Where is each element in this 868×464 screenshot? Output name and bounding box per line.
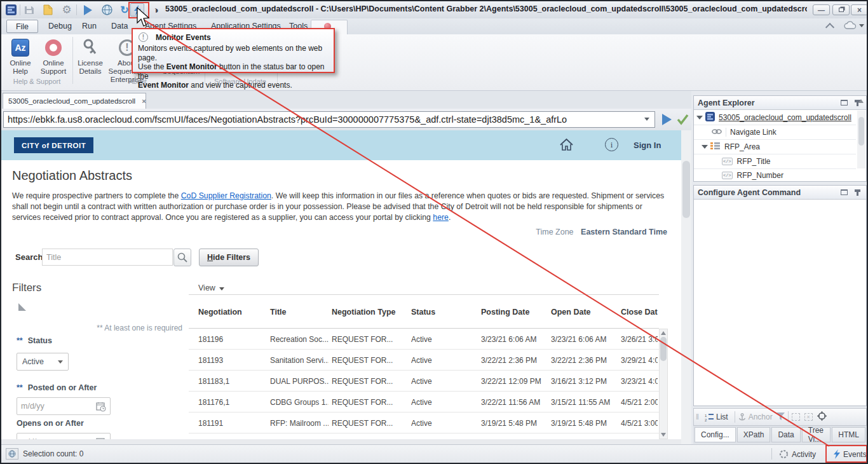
tree-item-agent-root[interactable]: 53005_oraclecloud_com_updatedscroll xyxy=(694,111,856,125)
maximize-panel-icon[interactable] xyxy=(841,189,848,195)
view-menu[interactable]: View xyxy=(198,283,224,292)
selection-box-icon[interactable] xyxy=(792,413,800,421)
view-menu-arrow-icon xyxy=(219,287,224,290)
right-dock: Agent Explorer 53005_oraclecloud_com_upd… xyxy=(693,94,868,444)
tab-tree-view[interactable]: Tree Vi... xyxy=(802,427,831,442)
capture-icon: </> xyxy=(722,172,733,179)
confirm-check-icon[interactable] xyxy=(676,113,689,128)
cloud-dropdown-icon[interactable] xyxy=(859,24,864,27)
scroll-up-icon[interactable] xyxy=(858,99,864,103)
column-header[interactable]: Title xyxy=(270,295,329,329)
required-note: ** At least one is required xyxy=(27,324,182,332)
activity-button[interactable]: Activity xyxy=(779,449,816,459)
column-header[interactable]: Open Date xyxy=(551,295,616,329)
browser-tab[interactable]: 53005_oraclecloud_com_updatedscroll × xyxy=(3,93,146,109)
url-dropdown-icon[interactable] xyxy=(644,118,649,121)
app-window: ⚙ ↻ ◑ 53005_oraclecloud_com_updatedscrol… xyxy=(0,0,868,464)
collapse-ribbon-icon[interactable] xyxy=(825,23,834,32)
table-row[interactable]: 181176,1CDBG Groups 1...REQUEST FOR...Ac… xyxy=(189,392,659,413)
table-row[interactable]: 181191RFP: Mailroom ...REQUEST FOR...Act… xyxy=(189,413,659,433)
target-icon[interactable] xyxy=(817,411,827,423)
cloud-icon[interactable] xyxy=(844,21,858,32)
collapse-filters-icon[interactable] xyxy=(18,303,26,311)
column-header[interactable]: Negotiation Type xyxy=(332,295,407,329)
expand-icon[interactable] xyxy=(702,145,708,149)
link-icon xyxy=(712,128,722,137)
here-link[interactable]: here xyxy=(433,213,449,222)
posted-date-field[interactable] xyxy=(17,397,111,415)
tab-debug[interactable]: Debug xyxy=(42,20,78,34)
scroll-down-icon[interactable] xyxy=(661,433,666,437)
info-icon[interactable]: i xyxy=(605,138,618,151)
url-input[interactable] xyxy=(3,111,655,128)
online-support-button[interactable]: OnlineSupport xyxy=(37,36,70,76)
minimize-button[interactable]: — xyxy=(813,4,830,15)
group-label-help-support: Help & Support xyxy=(4,78,70,88)
panel-title: Configure Agent Command xyxy=(698,188,801,197)
city-of-detroit-logo[interactable]: CITY of DETROIT xyxy=(14,137,93,153)
horizontal-scrollbar[interactable] xyxy=(1,439,681,444)
column-header[interactable]: Posting Date xyxy=(481,295,548,329)
agent-explorer-header: Agent Explorer xyxy=(694,96,866,110)
search-button[interactable] xyxy=(173,249,191,266)
posted-filter-label: **Posted on or After xyxy=(17,383,97,392)
tab-data[interactable]: Data xyxy=(771,427,800,442)
sign-in-link[interactable]: Sign In xyxy=(634,140,661,150)
tree-item-rfp-area[interactable]: RFP_Area xyxy=(694,140,856,154)
tab-file[interactable]: File xyxy=(6,20,38,33)
tab-xpath[interactable]: XPath xyxy=(737,427,771,442)
scrollbar-thumb[interactable] xyxy=(660,337,667,361)
scrollbar-thumb[interactable] xyxy=(858,117,864,146)
search-icon xyxy=(177,252,187,263)
table-row[interactable]: 181183,1DUAL PURPOS...REQUEST FOR...Acti… xyxy=(189,371,659,392)
column-header[interactable]: Negotiation xyxy=(198,295,262,329)
tab-config[interactable]: Config... xyxy=(695,427,736,442)
tab-close-icon[interactable]: × xyxy=(142,97,146,105)
table-row[interactable]: 181196Recreation Soc...REQUEST FOR...Act… xyxy=(189,329,659,350)
anchor-button[interactable]: Anchor xyxy=(738,413,773,421)
filter-icon[interactable] xyxy=(776,413,785,422)
restore-button[interactable] xyxy=(832,4,850,15)
page-scrollbar[interactable] xyxy=(681,130,691,444)
table-scrollbar[interactable] xyxy=(659,329,668,439)
settings-gear-icon[interactable]: ⚙ xyxy=(60,3,74,17)
toolbar-separator xyxy=(20,4,20,15)
key-icon xyxy=(83,39,98,57)
annotation-box-events xyxy=(825,445,867,463)
scroll-up-icon[interactable] xyxy=(661,331,666,335)
tree-item-rfp-title[interactable]: </> RFP_Title xyxy=(694,154,856,169)
column-header[interactable]: Status xyxy=(411,295,475,329)
status-select[interactable]: Active xyxy=(17,353,69,371)
tree-item-rfp-number[interactable]: </> RFP_Number xyxy=(694,169,856,181)
tab-run[interactable]: Run xyxy=(76,20,103,34)
table-row[interactable]: 181193Sanitation Servi...REQUEST FOR...A… xyxy=(189,350,659,371)
navigate-play-icon[interactable] xyxy=(662,114,672,125)
contrast-icon[interactable]: ◑ xyxy=(149,3,163,17)
statusbar-separator xyxy=(771,448,772,460)
home-icon[interactable] xyxy=(559,138,574,154)
save-icon[interactable] xyxy=(22,3,36,17)
scrollbar-thumb[interactable] xyxy=(682,161,690,218)
posted-date-input[interactable] xyxy=(21,399,91,414)
annotation-box-monitor-events xyxy=(128,2,149,18)
close-button[interactable]: × xyxy=(851,4,868,15)
column-header[interactable]: Close Dat xyxy=(621,295,658,329)
clear-selection-icon[interactable]: × xyxy=(804,413,813,421)
online-help-button[interactable]: Az OnlineHelp xyxy=(5,36,36,76)
tab-data[interactable]: Data xyxy=(105,20,134,34)
filters-heading: Filters xyxy=(12,282,41,294)
maximize-panel-icon[interactable] xyxy=(841,100,848,106)
open-file-icon[interactable] xyxy=(41,3,55,17)
tree-item-navigate-link[interactable]: Navigate Link xyxy=(694,125,856,140)
tree-scrollbar[interactable] xyxy=(857,111,865,168)
calendar-icon[interactable] xyxy=(96,402,106,414)
cod-supplier-registration-link[interactable]: CoD Supplier Registration xyxy=(181,191,271,200)
browse-globe-icon[interactable] xyxy=(100,3,114,17)
tab-html[interactable]: HTML xyxy=(832,427,865,442)
run-icon[interactable] xyxy=(81,3,95,17)
list-button[interactable]: 12 List xyxy=(702,411,731,423)
pin-panel-icon[interactable] xyxy=(857,189,858,196)
search-input[interactable] xyxy=(42,249,173,266)
expand-icon[interactable] xyxy=(696,116,703,119)
hide-filters-button[interactable]: Hide Filters xyxy=(199,249,259,266)
